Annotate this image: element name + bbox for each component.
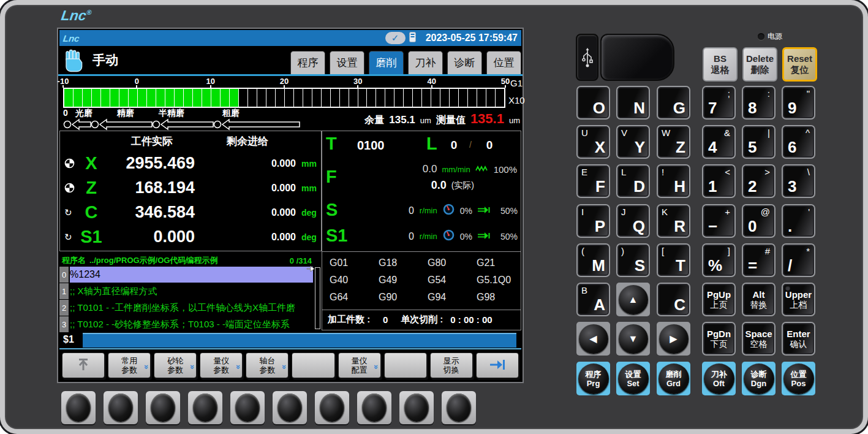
mode-key-en: Dgn — [751, 379, 766, 388]
key-arrow-right[interactable]: ▶ — [657, 322, 690, 356]
key-.[interactable]: .' — [782, 204, 815, 238]
key-label-en: Alt — [753, 289, 765, 300]
arrow-up-icon: ▲ — [619, 285, 648, 314]
key-z[interactable]: ZW — [657, 125, 690, 159]
mode-key-en: Pos — [791, 379, 806, 388]
key-main-char: H — [674, 177, 685, 196]
key-%[interactable]: %] — [702, 243, 736, 277]
key-label-zh: 上档 — [790, 300, 807, 310]
mode-key-en: Prg — [587, 379, 600, 388]
key-o[interactable]: O — [576, 86, 610, 120]
key-main-char: S — [635, 256, 645, 275]
key-main-char: % — [708, 256, 722, 275]
key-pos[interactable]: 位置Pos — [782, 362, 815, 395]
key-g[interactable]: G — [657, 86, 690, 120]
key-main-char: Q — [633, 217, 645, 236]
key-prg[interactable]: 程序Prg — [576, 362, 610, 395]
key-label-en: PgUp — [707, 289, 731, 300]
key-main-char: G — [673, 99, 685, 118]
key-reset[interactable]: Reset复位 — [782, 47, 817, 82]
key-shift-char: ; — [728, 88, 730, 99]
key-label-zh: 替换 — [750, 300, 768, 310]
key-q[interactable]: QJ — [616, 204, 650, 238]
key-d[interactable]: DL — [616, 164, 650, 198]
key-oft[interactable]: 刀补Oft — [702, 362, 736, 395]
key-pgup[interactable]: PgUp上页 — [702, 283, 736, 316]
key-8[interactable]: 8: — [742, 86, 776, 120]
key-4[interactable]: 4& — [702, 125, 736, 159]
key-r[interactable]: RK — [657, 204, 690, 238]
key-label-zh: 退格 — [711, 64, 730, 75]
key-shift-char: & — [724, 128, 730, 138]
key-t[interactable]: T[ — [657, 243, 690, 277]
key-shift-char: ] — [728, 246, 730, 256]
key-set[interactable]: 设置Set — [616, 362, 650, 395]
key-shift-char: ( — [581, 246, 584, 256]
key-arrow-left[interactable]: ◀ — [576, 322, 610, 356]
key-c[interactable]: C — [657, 283, 690, 316]
key-shift-char: W — [662, 128, 670, 138]
key-main-char: T — [676, 256, 685, 275]
key-label-en: Upper — [785, 289, 812, 300]
mode-key-zh: 磨削 — [666, 370, 682, 379]
key-0[interactable]: 0@ — [742, 204, 776, 238]
key-upper[interactable]: Upper上档 — [782, 283, 815, 316]
key-grd[interactable]: 磨削Grd — [657, 362, 690, 395]
key-main-char: . — [788, 217, 792, 236]
key-s[interactable]: S) — [616, 243, 650, 277]
key-alt[interactable]: Alt替换 — [742, 283, 776, 316]
key-x[interactable]: XU — [576, 125, 610, 159]
key-shift-char: E — [581, 167, 587, 177]
key-main-char: 7 — [708, 99, 717, 118]
key-arrow-down[interactable]: ▼ — [616, 322, 650, 356]
key-9[interactable]: 9" — [782, 86, 815, 120]
key-y[interactable]: YV — [616, 125, 650, 159]
key-shift-char: | — [768, 128, 770, 138]
key-label-en: Delete — [746, 53, 774, 64]
key-m[interactable]: M( — [576, 243, 610, 277]
key-3[interactable]: 3\ — [782, 164, 815, 198]
key-1[interactable]: 1< — [702, 164, 736, 198]
key-main-char: C — [674, 295, 685, 314]
key-6[interactable]: 6^ — [782, 125, 815, 159]
key-a[interactable]: AB — [576, 283, 610, 316]
key-f[interactable]: FE — [576, 164, 610, 198]
key-label-en: Space — [745, 329, 772, 339]
key-pgdn[interactable]: PgDn下页 — [702, 322, 736, 356]
key-label-en: BS — [714, 53, 726, 64]
key-label-en: PgDn — [707, 329, 731, 339]
key-/[interactable]: /* — [782, 243, 815, 277]
key-label-en: Enter — [787, 329, 810, 339]
key-arrow-up[interactable]: ▲ — [616, 283, 650, 316]
key-main-char: M — [592, 256, 605, 275]
key-shift-char: : — [768, 88, 770, 99]
key-dgn[interactable]: 诊断Dgn — [742, 362, 776, 395]
key-2[interactable]: 2> — [742, 164, 776, 198]
key-bs[interactable]: BS退格 — [703, 47, 738, 82]
key-shift-char: L — [621, 167, 626, 177]
key-main-char: O — [593, 99, 605, 118]
mode-key-cap: 设置Set — [618, 364, 649, 394]
mode-key-cap: 诊断Dgn — [744, 364, 774, 394]
key-shift-char: * — [806, 246, 810, 256]
mode-key-en: Grd — [666, 379, 681, 388]
key-n[interactable]: N — [616, 86, 650, 120]
key-=[interactable]: =# — [742, 243, 776, 277]
key-shift-char: [ — [662, 246, 664, 256]
key-enter[interactable]: Enter确认 — [782, 322, 815, 356]
key-h[interactable]: H! — [657, 164, 690, 198]
key-shift-char: ' — [808, 207, 810, 217]
key-main-char: 3 — [788, 177, 796, 196]
key-shift-char: < — [725, 167, 730, 177]
key-main-char: 0 — [748, 217, 757, 236]
key-label-zh: 下页 — [711, 339, 728, 349]
key-p[interactable]: PI — [576, 204, 610, 238]
key-delete[interactable]: Delete删除 — [742, 47, 777, 82]
key-7[interactable]: 7; — [702, 86, 736, 120]
mode-key-cap: 刀补Oft — [704, 364, 734, 394]
key-−[interactable]: −+ — [702, 204, 736, 238]
key-space[interactable]: Space空格 — [742, 322, 776, 356]
key-label-en: Reset — [787, 53, 812, 64]
key-5[interactable]: 5| — [742, 125, 776, 159]
key-main-char: F — [595, 177, 605, 196]
